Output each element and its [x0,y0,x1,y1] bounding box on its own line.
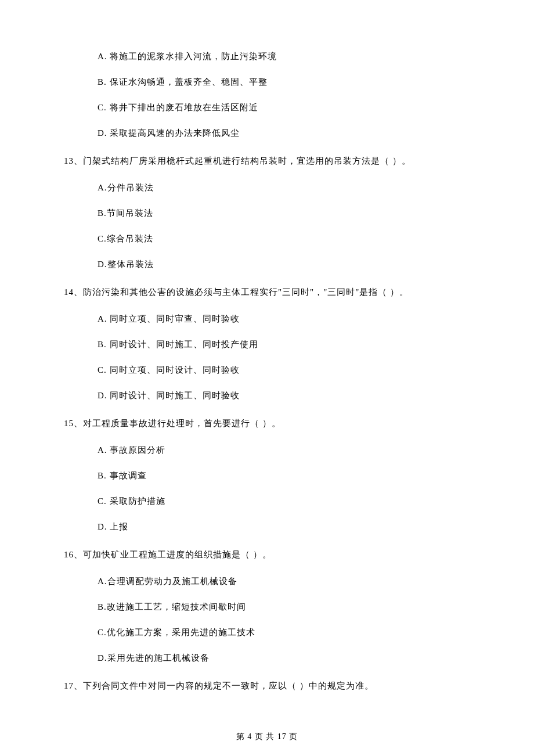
q13-option-d: D.整体吊装法 [98,257,499,271]
q14-option-a: A. 同时立项、同时审查、同时验收 [98,312,499,326]
q17-stem: 17、下列合同文件中对同一内容的规定不一致时，应以（ ）中的规定为准。 [64,679,499,693]
q16-option-b: B.改进施工工艺，缩短技术间歇时间 [98,600,499,614]
q13-option-c: C.综合吊装法 [98,232,499,246]
q16-stem: 16、可加快矿业工程施工进度的组织措施是（ ）。 [64,548,499,561]
q13-option-b: B.节间吊装法 [98,206,499,220]
q13-option-a: A.分件吊装法 [98,181,499,195]
q12-option-b: B. 保证水沟畅通，盖板齐全、稳固、平整 [98,75,499,89]
q14-option-c: C. 同时立项、同时设计、同时验收 [98,363,499,377]
q15-option-b: B. 事故调查 [98,469,499,483]
q16-option-a: A.合理调配劳动力及施工机械设备 [98,574,499,588]
q16-option-d: D.采用先进的施工机械设备 [98,651,499,665]
q15-option-a: A. 事故原因分析 [98,443,499,457]
page-content: A. 将施工的泥浆水排入河流，防止污染环境 B. 保证水沟畅通，盖板齐全、稳固、… [0,0,534,756]
q12-option-c: C. 将井下排出的废石堆放在生活区附近 [98,100,499,114]
q15-option-d: D. 上报 [98,520,499,534]
q15-stem: 15、对工程质量事故进行处理时，首先要进行（ ）。 [64,416,499,430]
q16-option-c: C.优化施工方案，采用先进的施工技术 [98,625,499,639]
q14-option-b: B. 同时设计、同时施工、同时投产使用 [98,337,499,351]
q13-stem: 13、门架式结构厂房采用桅杆式起重机进行结构吊装时，宜选用的吊装方法是（ ）。 [64,154,499,168]
q15-option-c: C. 采取防护措施 [98,494,499,508]
q12-option-d: D. 采取提高风速的办法来降低风尘 [98,126,499,140]
q14-option-d: D. 同时设计、同时施工、同时验收 [98,388,499,402]
page-footer: 第 4 页 共 17 页 [0,730,534,743]
q14-stem: 14、防治污染和其他公害的设施必须与主体工程实行"三同时"，"三同时"是指（ ）… [64,285,499,299]
q12-option-a: A. 将施工的泥浆水排入河流，防止污染环境 [98,49,499,63]
